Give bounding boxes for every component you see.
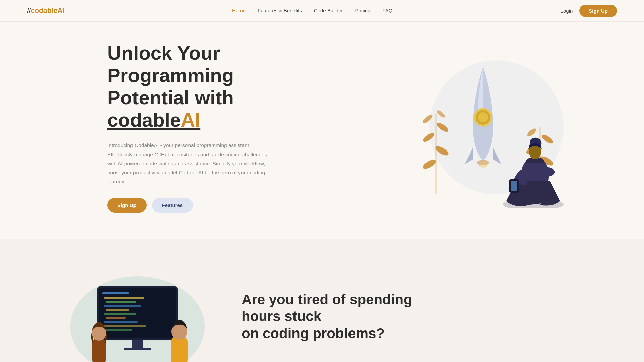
- section2-title: Are you tired of spending hours stuck on…: [241, 291, 443, 342]
- hero-brand-codable: codable: [107, 109, 181, 131]
- hero-signup-button[interactable]: Sign Up: [107, 198, 147, 213]
- nav-code-builder[interactable]: Code Builder: [314, 8, 343, 13]
- login-link[interactable]: Login: [560, 8, 573, 14]
- logo-slash: //: [27, 6, 31, 15]
- svg-rect-33: [106, 317, 126, 319]
- svg-point-2: [421, 158, 437, 171]
- nav-signup-button[interactable]: Sign Up: [579, 5, 617, 17]
- svg-rect-30: [104, 305, 141, 307]
- hero-brand-ai: AI: [181, 109, 200, 131]
- nav-right: Login Sign Up: [560, 5, 617, 17]
- svg-rect-36: [104, 329, 132, 331]
- svg-rect-31: [106, 309, 129, 311]
- svg-rect-43: [171, 337, 188, 362]
- svg-rect-32: [104, 313, 136, 315]
- svg-rect-29: [106, 301, 136, 303]
- svg-rect-22: [511, 181, 517, 191]
- hero-buttons: Sign Up Features: [107, 198, 295, 213]
- logo-codable: codable: [31, 6, 57, 15]
- svg-rect-28: [104, 297, 144, 299]
- hero-title: Unlock Your Programming Potential with c…: [107, 42, 295, 131]
- section2-text: Are you tired of spending hours stuck on…: [241, 291, 443, 342]
- svg-rect-40: [92, 338, 106, 362]
- hero-svg-illustration: [402, 47, 577, 208]
- svg-point-12: [479, 164, 487, 168]
- navbar: //codableAI Home Features & Benefits Cod…: [0, 0, 644, 22]
- nav-pricing[interactable]: Pricing: [355, 8, 371, 13]
- nav-links: Home Features & Benefits Code Builder Pr…: [232, 8, 392, 14]
- logo[interactable]: //codableAI: [27, 6, 64, 15]
- svg-rect-37: [132, 340, 143, 348]
- hero-description: Introducing CodableAI - your personal pr…: [107, 141, 272, 186]
- section2: Are you tired of spending hours stuck on…: [0, 239, 644, 362]
- hero-section: Unlock Your Programming Potential with c…: [0, 22, 644, 239]
- hero-text: Unlock Your Programming Potential with c…: [107, 42, 295, 213]
- svg-point-10: [478, 112, 488, 122]
- nav-features[interactable]: Features & Benefits: [258, 8, 302, 13]
- logo-ai: AI: [57, 6, 64, 15]
- svg-rect-38: [124, 348, 151, 350]
- hero-features-button[interactable]: Features: [152, 198, 193, 213]
- hero-illustration: [402, 47, 577, 208]
- nav-faq[interactable]: FAQ: [382, 8, 392, 13]
- svg-rect-35: [102, 325, 146, 327]
- svg-rect-27: [102, 292, 129, 294]
- svg-rect-34: [104, 321, 138, 323]
- nav-home[interactable]: Home: [232, 8, 246, 13]
- computer-illustration: [67, 259, 215, 362]
